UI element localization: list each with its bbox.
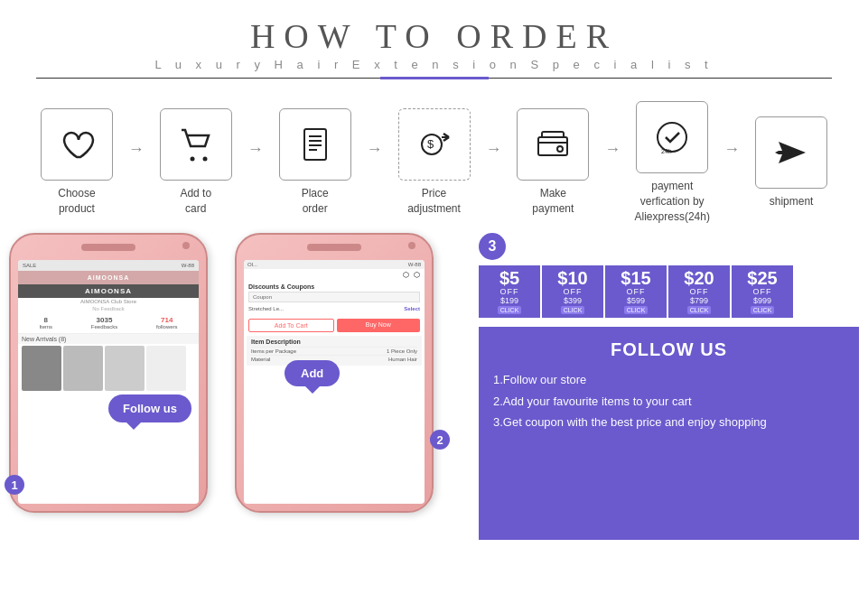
step-icon-verification: 24h [636,101,708,173]
step-icon-shipment [755,116,827,189]
coupon-20[interactable]: $20 OFF $799 CLICK [668,265,730,318]
phone1-wrapper: SALEW-88 AIMOONSA AIMOONSA AIMOONSA Club… [9,233,217,522]
screen2-discounts: Discounts & Coupons Coupon Stretched Le.… [244,281,425,315]
stat-items: 8Items [39,316,52,329]
step-label-cart: Add tocard [180,186,211,217]
screen1-status: SALEW-88 [18,260,199,271]
badge-3: 3 [479,233,506,260]
stat-followers: 714followers [156,316,178,329]
screen2-buttons: Add To Cart Buy Now [244,315,425,336]
follow-bubble: Follow us [108,394,191,422]
add-to-cart-btn[interactable]: Add To Cart [248,319,334,332]
step-label-choose: Chooseproduct [58,186,95,217]
follow-title: FOLLOW US [493,339,845,360]
coupon-10-off: OFF [564,287,583,296]
phone1-dot [182,242,190,249]
arrow-6: → [723,140,740,159]
screen2-description: Item Description Items per Package1 Piec… [247,336,422,366]
item-description-title: Item Description [251,339,417,345]
coupon-15-click: CLICK [624,306,649,314]
arrow-1: → [128,140,145,159]
screen1-logo: AIMOONSA [18,271,199,284]
step-icon-choose [41,108,113,181]
phone1-notch [81,244,135,251]
steps-section: Chooseproduct → Add tocard → Placeorder [0,85,868,233]
svg-point-13 [557,146,563,152]
screen1-sub: AIMOONSA Club Store [18,298,199,305]
coupon-20-min: $799 [690,296,708,305]
accent-bar [380,77,489,79]
coupon-15-min: $599 [627,296,645,305]
step-place-order: Placeorder [266,108,365,217]
add-bubble: Add [285,360,340,386]
coupon-25-off: OFF [753,287,772,296]
follow-points: 1.Follow our store 2.Add your favourite … [493,369,845,432]
phone2-dot [408,242,415,249]
coupon-20-off: OFF [690,287,709,296]
step-price-adjustment: $ Priceadjustment [385,108,484,217]
step-label-payment: Makepayment [532,186,574,217]
page-subtitle: L u x u r y H a i r E x t e n s i o n S … [0,58,868,71]
coupon-5-amount: $5 [499,269,519,287]
step-label-shipment: shipment [770,194,814,209]
coupon-10-min: $399 [564,296,582,305]
step-add-to-card: Add tocard [146,108,246,217]
bottom-section: SALEW-88 AIMOONSA AIMOONSA AIMOONSA Club… [0,233,868,540]
stat-feedbacks: 3035Feedbacks [91,316,117,329]
desc-row-1: Items per Package1 Piece Only [251,347,417,355]
coupon-20-click: CLICK [687,306,712,314]
coupon-10[interactable]: $10 OFF $399 CLICK [542,265,603,318]
step-shipment: shipment [742,116,841,209]
arrow-3: → [367,140,383,159]
screen2-status: Ol...W-88 [244,260,425,269]
step-icon-document [279,108,351,181]
coupon-5-off: OFF [500,287,519,296]
screen1-brand: AIMOONSA [18,284,199,298]
product-img-1 [22,346,61,391]
step-icon-wallet [517,108,589,181]
page-header: HOW TO ORDER L u x u r y H a i r E x t e… [0,0,868,85]
phones-area: SALEW-88 AIMOONSA AIMOONSA AIMOONSA Club… [9,233,470,540]
screen2-coupon: Coupon [248,292,420,302]
follow-panel: FOLLOW US 1.Follow our store 2.Add your … [479,327,859,540]
screen1-stats: 8Items 3035Feedbacks 714followers [18,312,199,334]
svg-rect-12 [538,137,567,155]
screen1-images [18,344,199,393]
screen1-feedback: No Feedback [18,305,199,312]
step-label-verification: paymentverfication byAliexpress(24h) [635,179,710,224]
step-make-payment: Makepayment [503,108,602,217]
product-img-2 [63,346,103,391]
step-payment-verification: 24h paymentverfication byAliexpress(24h) [622,101,722,224]
svg-text:24h: 24h [661,148,672,154]
screen1-arrivals: New Arrivals (8) [18,334,199,344]
product-img-3 [105,346,145,391]
phone2-notch [307,244,361,251]
arrow-5: → [604,140,621,159]
step-icon-cart [160,108,232,181]
coupon-25-amount: $25 [747,269,777,287]
buy-now-btn[interactable]: Buy Now [337,319,421,332]
badge-2: 2 [430,430,450,450]
phone1-screen: SALEW-88 AIMOONSA AIMOONSA AIMOONSA Club… [18,260,199,504]
product-img-4 [146,346,186,391]
coupon-5[interactable]: $5 OFF $199 CLICK [479,265,540,318]
coupon-15[interactable]: $15 OFF $599 CLICK [605,265,667,318]
svg-point-0 [190,157,194,162]
coupon-10-amount: $10 [557,269,587,287]
coupon-10-click: CLICK [561,306,585,314]
right-panel: 3 $5 OFF $199 CLICK $10 OFF $399 CLICK $… [470,233,859,540]
step-choose-product: Chooseproduct [27,108,126,217]
step-label-price: Priceadjustment [407,186,461,217]
step-icon-price: $ [398,108,471,181]
phone1-body: SALEW-88 AIMOONSA AIMOONSA AIMOONSA Club… [9,233,208,513]
step-label-order: Placeorder [302,186,329,217]
coupon-20-amount: $20 [684,269,714,287]
coupon-25[interactable]: $25 OFF $999 CLICK [732,265,793,318]
arrow-4: → [485,140,501,159]
svg-point-1 [202,157,207,162]
coupon-25-min: $999 [753,296,771,305]
header-line [36,77,832,79]
line-right [489,78,833,79]
screen2-icons: ⬡⬡ [244,269,425,281]
phone2-wrapper: Ol...W-88 ⬡⬡ Discounts & Coupons Coupon … [235,233,443,522]
